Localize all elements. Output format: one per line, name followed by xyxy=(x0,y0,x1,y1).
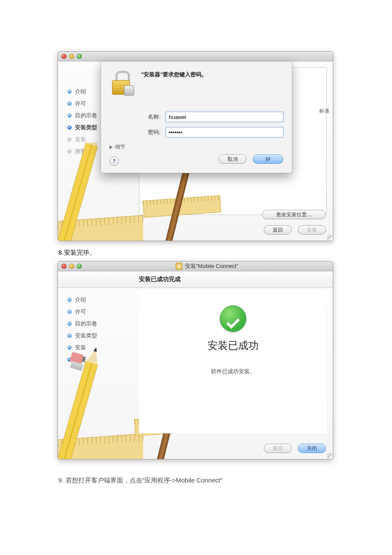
auth-message: "安装器"要求您键入密码。 xyxy=(141,69,207,78)
step-destination: 目的宗卷 xyxy=(67,320,143,328)
lock-icon xyxy=(110,69,133,95)
change-install-location-button[interactable]: 更改安装位置… xyxy=(262,210,326,219)
minimize-icon[interactable] xyxy=(69,54,74,59)
success-panel: 安装已成功 软件已成功安装。 xyxy=(139,290,327,433)
zoom-icon[interactable] xyxy=(77,54,82,59)
step-label: 目的宗卷 xyxy=(75,320,97,328)
window-title: 安装"Mobile Connect" xyxy=(84,262,329,270)
details-disclosure[interactable]: 细节 xyxy=(110,143,125,151)
step-label: 安装 xyxy=(75,136,86,143)
step-label: 介绍 xyxy=(75,296,86,304)
doc-caption-9: 9. 若想打开客户端界面，点击"应用程序->Mobile Connect" xyxy=(58,477,334,485)
resize-handle-icon[interactable] xyxy=(327,235,332,240)
password-field[interactable] xyxy=(166,127,283,137)
details-label: 细节 xyxy=(115,143,125,151)
close-button[interactable]: 关闭 xyxy=(298,444,326,453)
zoom-icon[interactable] xyxy=(77,264,82,269)
installer-sidebar: 介绍 许可 目的宗卷 安装类型 安装 摘要 xyxy=(58,271,143,459)
disclosure-triangle-icon xyxy=(110,145,112,149)
step-label: 介绍 xyxy=(75,88,86,96)
step-install-type: 安装类型 xyxy=(67,332,143,340)
cancel-button[interactable]: 取消 xyxy=(219,154,247,164)
close-icon[interactable] xyxy=(61,264,66,269)
step-install: 安装 xyxy=(67,344,143,352)
doc-caption-8: 8.安装完毕。 xyxy=(58,249,334,257)
step-summary: 摘要 xyxy=(67,356,143,363)
step-label: 安装 xyxy=(75,344,86,352)
back-button[interactable]: 返回 xyxy=(264,444,292,453)
step-label: 安装类型 xyxy=(75,332,97,340)
minimize-icon[interactable] xyxy=(69,264,74,269)
name-label: 名称: xyxy=(110,113,166,121)
title-bar[interactable] xyxy=(58,52,333,61)
content-peek-label: 标准 xyxy=(319,108,329,115)
step-label: 许可 xyxy=(75,308,86,316)
auth-sheet: "安装器"要求您键入密码。 名称: 密码: xyxy=(101,61,292,173)
installer-window-auth: 标准 介绍 许可 目的宗卷 安装类型 安装 摘要 更改安装位置… xyxy=(58,51,333,241)
help-button[interactable]: ? xyxy=(110,157,119,166)
success-checkmark-icon xyxy=(220,305,246,332)
package-icon xyxy=(176,263,182,270)
step-label: 许可 xyxy=(75,100,86,108)
step-label: 摘要 xyxy=(75,356,86,363)
installer-window-success: 安装"Mobile Connect" 安装已成功完成 介绍 许可 目的宗卷 安装… xyxy=(58,261,333,459)
success-title: 安装已成功 xyxy=(139,339,327,352)
name-field[interactable] xyxy=(166,112,283,122)
step-label: 目的宗卷 xyxy=(75,112,97,119)
step-label: 摘要 xyxy=(75,148,86,155)
password-label: 密码: xyxy=(110,128,166,136)
resize-handle-icon[interactable] xyxy=(327,453,332,458)
close-icon[interactable] xyxy=(61,54,66,59)
title-bar[interactable]: 安装"Mobile Connect" xyxy=(58,262,333,271)
help-icon: ? xyxy=(112,158,115,164)
back-button[interactable]: 返回 xyxy=(264,225,292,235)
step-intro: 介绍 xyxy=(67,296,143,304)
install-button[interactable]: 安装 xyxy=(298,225,326,235)
success-subtitle: 软件已成功安装。 xyxy=(139,368,327,375)
ok-button[interactable]: 好 xyxy=(253,154,283,164)
step-license: 许可 xyxy=(67,308,143,316)
step-label: 安装类型 xyxy=(75,124,97,131)
